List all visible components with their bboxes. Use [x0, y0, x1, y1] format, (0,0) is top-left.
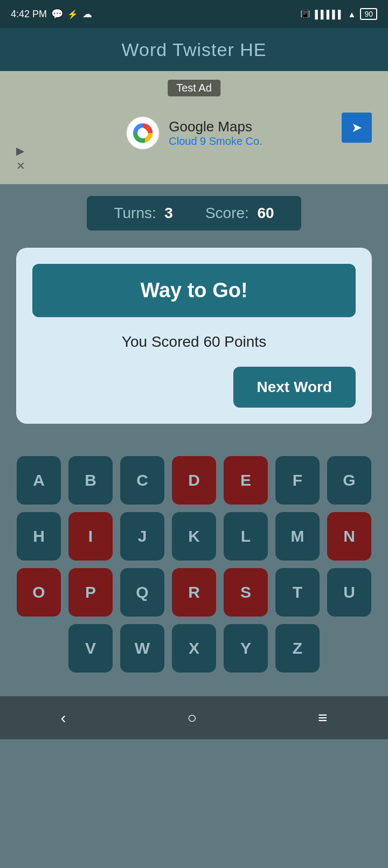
ad-content: Google Maps Cloud 9 Smoke Co. [126, 116, 262, 150]
modal-overlay: Way to Go! You Scored 60 Points Next Wor… [0, 242, 388, 440]
key-h[interactable]: H [17, 512, 61, 561]
nav-back-icon[interactable]: ‹ [60, 709, 66, 727]
nav-menu-icon[interactable]: ≡ [318, 709, 328, 727]
key-t[interactable]: T [275, 568, 320, 617]
key-a[interactable]: A [17, 456, 61, 505]
key-i[interactable]: I [68, 512, 113, 561]
key-y[interactable]: Y [224, 624, 268, 673]
success-modal: Way to Go! You Scored 60 Points Next Wor… [16, 248, 372, 424]
key-g[interactable]: G [327, 456, 371, 505]
key-w[interactable]: W [120, 624, 164, 673]
next-word-button[interactable]: Next Word [233, 367, 356, 408]
cloud-icon: ☁ [82, 8, 92, 20]
ad-subtitle: Cloud 9 Smoke Co. [169, 135, 262, 148]
score-value: 60 [257, 205, 274, 221]
status-bar: 4:42 PM 💬 ⚡ ☁ 📳 ▌▌▌▌▌ ▲ 90 [0, 0, 388, 28]
key-b[interactable]: B [68, 456, 113, 505]
modal-score-text: You Scored 60 Points [32, 328, 356, 356]
key-q[interactable]: Q [120, 568, 164, 617]
app-title: Word Twister HE [122, 39, 267, 60]
turns-value: 3 [164, 205, 173, 221]
key-p[interactable]: P [68, 568, 113, 617]
key-k[interactable]: K [172, 512, 216, 561]
usb-icon: ⚡ [67, 9, 78, 19]
google-logo-icon [126, 116, 160, 150]
key-c[interactable]: C [120, 456, 164, 505]
svg-point-0 [127, 117, 159, 149]
key-o[interactable]: O [17, 568, 61, 617]
keyboard-row-0: ABCDEFG [11, 456, 377, 505]
key-v[interactable]: V [68, 624, 113, 673]
modal-heading-text: Way to Go! [140, 279, 247, 302]
score-box: Turns: 3 Score: 60 [87, 196, 301, 230]
score-label: Score: 60 [205, 205, 274, 222]
ad-close-icon[interactable]: ✕ [16, 159, 25, 172]
key-j[interactable]: J [120, 512, 164, 561]
key-s[interactable]: S [224, 568, 268, 617]
key-m[interactable]: M [275, 512, 320, 561]
vibrate-icon: 📳 [300, 9, 310, 19]
ad-banner: Test Ad Google Maps Cloud 9 Smoke Co. ➤ … [0, 71, 388, 184]
ad-label: Test Ad [168, 80, 220, 96]
key-d[interactable]: D [172, 456, 216, 505]
keyboard-row-3: VWXYZ [11, 624, 377, 673]
key-e[interactable]: E [224, 456, 268, 505]
key-f[interactable]: F [275, 456, 320, 505]
status-indicators: 📳 ▌▌▌▌▌ ▲ 90 [300, 8, 377, 20]
app-header: Word Twister HE [0, 28, 388, 71]
keyboard-area: ABCDEFGHIJKLMNOPQRSTUVWXYZ [0, 440, 388, 691]
turns-label: Turns: 3 [114, 205, 172, 222]
signal-icon: ▌▌▌▌▌ [315, 10, 343, 19]
nav-bar: ‹ ○ ≡ [0, 696, 388, 739]
time-text: 4:42 PM [11, 9, 47, 20]
ad-text: Google Maps Cloud 9 Smoke Co. [169, 118, 262, 148]
whatsapp-icon: 💬 [51, 8, 63, 20]
key-l[interactable]: L [224, 512, 268, 561]
score-bar: Turns: 3 Score: 60 [0, 184, 388, 242]
key-u[interactable]: U [327, 568, 371, 617]
keyboard-row-2: OPQRSTU [11, 568, 377, 617]
modal-heading-banner: Way to Go! [32, 264, 356, 317]
battery-indicator: 90 [360, 8, 377, 20]
status-time: 4:42 PM 💬 ⚡ ☁ [11, 8, 92, 20]
key-r[interactable]: R [172, 568, 216, 617]
key-n[interactable]: N [327, 512, 371, 561]
wifi-icon: ▲ [348, 10, 356, 19]
ad-navigate-icon[interactable]: ➤ [342, 113, 372, 143]
keyboard-row-1: HIJKLMN [11, 512, 377, 561]
key-x[interactable]: X [172, 624, 216, 673]
modal-action-row: Next Word [32, 367, 356, 408]
nav-home-icon[interactable]: ○ [187, 709, 197, 727]
key-z[interactable]: Z [275, 624, 320, 673]
ad-title: Google Maps [169, 118, 262, 135]
ad-play-icon[interactable]: ▶ [16, 144, 24, 157]
